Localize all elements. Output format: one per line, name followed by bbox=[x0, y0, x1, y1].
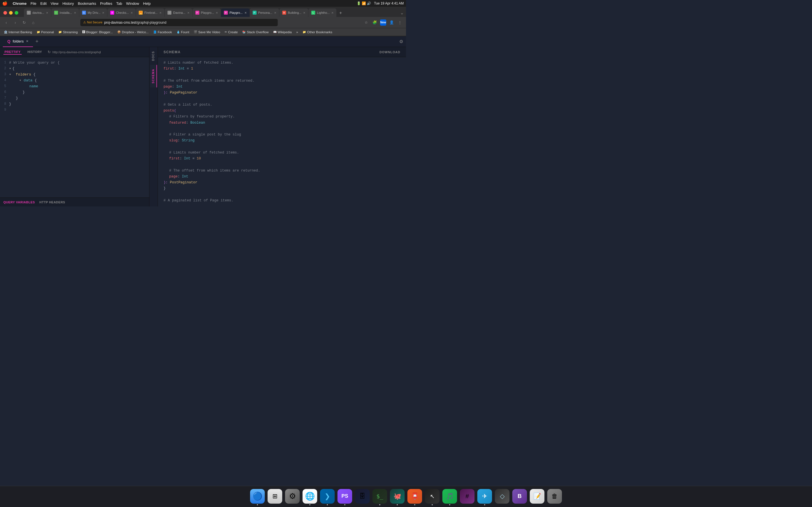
tab-close-icon[interactable]: ✕ bbox=[303, 11, 305, 14]
code-line-1: 1 # Write your query or { bbox=[0, 60, 149, 66]
tab-close-active-icon[interactable]: ✕ bbox=[245, 11, 247, 14]
settings-button[interactable]: ⚙ bbox=[399, 39, 403, 44]
close-button[interactable] bbox=[3, 11, 7, 15]
tab-close-icon[interactable]: ✕ bbox=[274, 11, 276, 14]
bookmark-fount[interactable]: 💧 Fount bbox=[175, 30, 191, 34]
line-content: ▾{ bbox=[9, 66, 149, 72]
tab-checks[interactable]: B Checks... ✕ bbox=[107, 8, 136, 17]
profile-icon[interactable]: 👤 bbox=[389, 19, 395, 25]
bookmark-wikipedia[interactable]: 📖 Wikipedia bbox=[271, 30, 294, 34]
http-headers-button[interactable]: HTTP HEADERS bbox=[40, 201, 65, 204]
menu-icon[interactable]: ⋮ bbox=[397, 19, 403, 25]
code-line-9: 9 bbox=[0, 107, 149, 113]
bookmark-streaming[interactable]: 📁 Streaming bbox=[57, 30, 79, 34]
history-button[interactable]: HISTORY bbox=[26, 50, 43, 55]
extension-icon[interactable]: 🧩 bbox=[371, 19, 378, 25]
tabs-expand-button[interactable]: ⌄ bbox=[398, 8, 406, 17]
bookmark-create-icon: ✏ bbox=[225, 31, 227, 34]
add-tab-button[interactable]: + bbox=[33, 38, 41, 46]
back-button[interactable]: ‹ bbox=[3, 20, 10, 25]
bookmark-personal[interactable]: 📁 Personal bbox=[35, 30, 56, 34]
tab-close-icon[interactable]: ✕ bbox=[187, 11, 190, 14]
prettify-button[interactable]: PRETTIFY bbox=[3, 50, 22, 55]
bookmark-video-icon: 🎬 bbox=[194, 31, 197, 34]
schema-line bbox=[163, 162, 400, 168]
tab-firebase[interactable]: 🔥 Firebrat... ✕ bbox=[136, 8, 164, 17]
tab-playground1[interactable]: P Playgro... ✕ bbox=[193, 8, 221, 17]
bookmark-other-folder[interactable]: 📁 Other Bookmarks bbox=[301, 30, 334, 34]
playground-tab-bar: Q folders ✕ + ⚙ bbox=[0, 36, 406, 47]
code-editor[interactable]: 1 # Write your query or { 2 ▾{ 3 ▾folder… bbox=[0, 57, 149, 198]
bookmark-more[interactable]: » bbox=[295, 30, 300, 34]
playground-tab-close-icon[interactable]: ✕ bbox=[26, 40, 29, 43]
menubar-help[interactable]: Help bbox=[143, 1, 151, 6]
minimize-button[interactable] bbox=[9, 11, 13, 15]
bookmark-internet-banking[interactable]: 🏦 Internet Banking bbox=[2, 30, 34, 34]
refresh-icon[interactable]: ↻ bbox=[48, 50, 51, 54]
forward-button[interactable]: › bbox=[12, 20, 18, 25]
tab-davina2[interactable]: d Davina... ✕ bbox=[165, 8, 192, 17]
tab-building[interactable]: B Building... ✕ bbox=[280, 8, 308, 17]
schema-line: ): PostPaginator bbox=[163, 180, 400, 186]
tab-close-icon[interactable]: ✕ bbox=[102, 11, 104, 14]
menubar-file[interactable]: File bbox=[31, 1, 36, 6]
tab-mydrive[interactable]: G My Driv... ✕ bbox=[79, 8, 107, 17]
collapse-icon[interactable]: ▾ bbox=[19, 78, 21, 82]
bookmarks-bar: 🏦 Internet Banking 📁 Personal 📁 Streamin… bbox=[0, 28, 406, 36]
menubar-edit[interactable]: Edit bbox=[40, 1, 47, 6]
bookmark-star-icon[interactable]: ☆ bbox=[363, 19, 369, 25]
query-editor-panel: PRETTIFY HISTORY ↻ http://proj-davinas-c… bbox=[0, 47, 149, 207]
menubar-icons: 🔋 📶 🔊 bbox=[357, 1, 371, 5]
tab-installa[interactable]: i Installa... ✕ bbox=[51, 8, 79, 17]
reload-button[interactable]: ↻ bbox=[21, 20, 28, 25]
home-button[interactable]: ⌂ bbox=[30, 20, 37, 25]
bookmark-folder-icon: 📁 bbox=[37, 31, 40, 34]
schema-content[interactable]: # Limits number of fetched items. first:… bbox=[158, 57, 406, 207]
menubar-view[interactable]: View bbox=[50, 1, 58, 6]
browser-tabs: d davina... ✕ i Installa... ✕ G My Driv.… bbox=[22, 8, 398, 17]
tab-close-icon[interactable]: ✕ bbox=[159, 11, 161, 14]
tab-davina1[interactable]: d davina... ✕ bbox=[24, 8, 51, 17]
bookmark-blogger[interactable]: 🅱 Blogger: Blogger... bbox=[81, 30, 115, 34]
tab-close-icon[interactable]: ✕ bbox=[46, 11, 48, 14]
bookmark-create[interactable]: ✏ Create bbox=[223, 30, 240, 34]
schema-line bbox=[163, 192, 400, 198]
schema-line: ): PagePaginator bbox=[163, 90, 400, 96]
schema-line bbox=[163, 96, 400, 102]
new-badge-button[interactable]: New bbox=[380, 19, 386, 25]
bookmark-facebook[interactable]: 📘 Facebook bbox=[151, 30, 174, 34]
new-tab-button[interactable]: + bbox=[337, 9, 345, 17]
collapse-icon[interactable]: ▾ bbox=[9, 72, 11, 76]
menubar-bookmarks[interactable]: Bookmarks bbox=[78, 1, 96, 6]
fullscreen-button[interactable] bbox=[15, 11, 18, 15]
tab-personal[interactable]: P Persona... ✕ bbox=[250, 8, 279, 17]
query-variables-button[interactable]: QUERY VARIABLES bbox=[3, 201, 35, 204]
tab-close-icon[interactable]: ✕ bbox=[331, 11, 334, 14]
apple-icon[interactable]: 🍎 bbox=[2, 1, 8, 6]
menubar-history[interactable]: History bbox=[62, 1, 73, 6]
tab-close-icon[interactable]: ✕ bbox=[74, 11, 76, 14]
code-line-6: 6 } bbox=[0, 90, 149, 96]
bookmark-dropbox-icon: 📦 bbox=[117, 31, 121, 34]
toolbar-icons: ☆ 🧩 New 👤 ⋮ bbox=[363, 19, 403, 25]
address-bar-row: ‹ › ↻ ⌂ ⚠ Not Secure proj-davinas-cms.te… bbox=[0, 17, 406, 28]
schema-tab[interactable]: SCHEMA bbox=[150, 65, 157, 87]
line-content: # Write your query or { bbox=[9, 60, 149, 66]
download-button[interactable]: DOWNLOAD bbox=[379, 50, 400, 54]
menubar-profiles[interactable]: Profiles bbox=[100, 1, 112, 6]
bookmark-savemevideo[interactable]: 🎬 Save Me Video bbox=[192, 30, 222, 34]
tab-close-icon[interactable]: ✕ bbox=[131, 11, 133, 14]
docs-tab[interactable]: DOCS bbox=[150, 47, 157, 65]
bookmark-stackoverflow[interactable]: 📚 Stack Overflow bbox=[241, 30, 270, 34]
menubar-app[interactable]: Chrome bbox=[13, 1, 27, 6]
menubar-tab[interactable]: Tab bbox=[116, 1, 122, 6]
tab-lighthous[interactable]: L Lightho... ✕ bbox=[308, 8, 336, 17]
tab-close-icon[interactable]: ✕ bbox=[216, 11, 218, 14]
collapse-icon[interactable]: ▾ bbox=[9, 66, 11, 71]
menubar-window[interactable]: Window bbox=[126, 1, 139, 6]
bookmark-dropbox[interactable]: 📦 Dropbox - Welco... bbox=[116, 30, 150, 34]
schema-line: posts( bbox=[163, 108, 400, 114]
tab-playground2[interactable]: P Playgro... ✕ bbox=[221, 8, 249, 17]
playground-tab-folders[interactable]: Q folders ✕ bbox=[3, 36, 33, 47]
address-bar[interactable]: ⚠ Not Secure proj-davinas-cms.test/graph… bbox=[80, 19, 278, 26]
